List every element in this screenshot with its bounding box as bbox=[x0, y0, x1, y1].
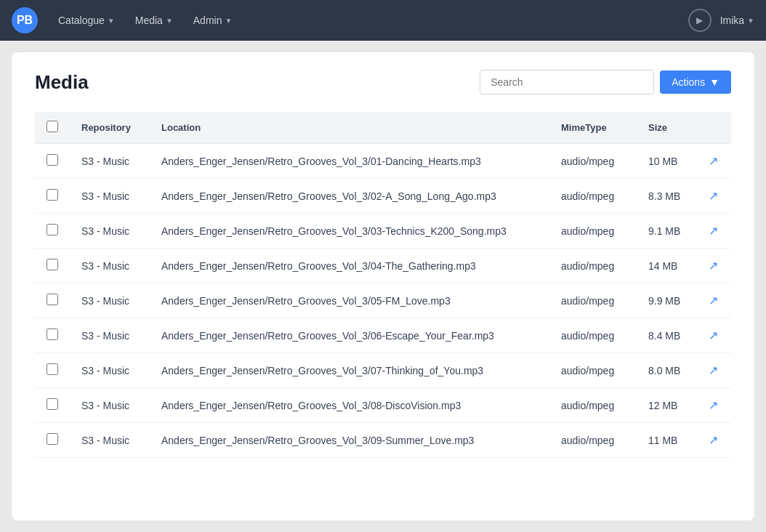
external-link-icon[interactable]: ↗ bbox=[709, 329, 718, 342]
table-row: S3 - Music Anders_Enger_Jensen/Retro_Gro… bbox=[35, 144, 731, 179]
chevron-down-icon: ▼ bbox=[747, 17, 754, 25]
external-link-icon[interactable]: ↗ bbox=[709, 224, 718, 238]
table-body: S3 - Music Anders_Enger_Jensen/Retro_Gro… bbox=[35, 144, 731, 458]
external-link-icon[interactable]: ↗ bbox=[709, 294, 718, 307]
row-repository: S3 - Music bbox=[70, 144, 150, 179]
row-checkbox-cell bbox=[35, 353, 70, 388]
row-size: 12 MB bbox=[637, 388, 695, 423]
row-checkbox[interactable] bbox=[47, 329, 58, 340]
row-location: Anders_Enger_Jensen/Retro_Grooves_Vol_3/… bbox=[150, 179, 549, 214]
main-content: Media Actions ▼ Repository Location Mime… bbox=[12, 52, 754, 520]
row-checkbox-cell bbox=[35, 283, 70, 318]
row-action-cell: ↗ bbox=[695, 283, 731, 318]
row-repository: S3 - Music bbox=[70, 214, 150, 249]
media-table: Repository Location MimeType Size S3 - M… bbox=[35, 112, 731, 458]
row-repository: S3 - Music bbox=[70, 249, 150, 283]
row-location: Anders_Enger_Jensen/Retro_Grooves_Vol_3/… bbox=[150, 249, 549, 283]
nav-admin[interactable]: Admin ▼ bbox=[185, 9, 241, 32]
page-title: Media bbox=[35, 71, 89, 94]
page-header: Media Actions ▼ bbox=[35, 70, 731, 94]
row-repository: S3 - Music bbox=[70, 388, 150, 423]
row-checkbox[interactable] bbox=[47, 259, 58, 270]
row-action-cell: ↗ bbox=[695, 423, 731, 458]
search-input[interactable] bbox=[480, 70, 654, 94]
chevron-down-icon: ▼ bbox=[108, 17, 115, 25]
row-location: Anders_Enger_Jensen/Retro_Grooves_Vol_3/… bbox=[150, 214, 549, 249]
table-row: S3 - Music Anders_Enger_Jensen/Retro_Gro… bbox=[35, 249, 731, 283]
actions-button[interactable]: Actions ▼ bbox=[660, 70, 731, 94]
chevron-down-icon: ▼ bbox=[225, 17, 232, 25]
row-location: Anders_Enger_Jensen/Retro_Grooves_Vol_3/… bbox=[150, 353, 549, 388]
row-mimetype: audio/mpeg bbox=[549, 353, 637, 388]
row-checkbox[interactable] bbox=[47, 154, 58, 166]
row-repository: S3 - Music bbox=[70, 353, 150, 388]
col-header-repository: Repository bbox=[70, 112, 150, 144]
table-row: S3 - Music Anders_Enger_Jensen/Retro_Gro… bbox=[35, 423, 731, 458]
external-link-icon[interactable]: ↗ bbox=[709, 433, 718, 447]
row-checkbox[interactable] bbox=[47, 294, 58, 305]
row-checkbox[interactable] bbox=[47, 189, 58, 201]
row-checkbox-cell bbox=[35, 179, 70, 214]
external-link-icon[interactable]: ↗ bbox=[709, 259, 718, 273]
row-size: 9.1 MB bbox=[637, 214, 695, 249]
table-row: S3 - Music Anders_Enger_Jensen/Retro_Gro… bbox=[35, 179, 731, 214]
external-link-icon[interactable]: ↗ bbox=[709, 363, 718, 377]
row-mimetype: audio/mpeg bbox=[549, 283, 637, 318]
row-action-cell: ↗ bbox=[695, 318, 731, 353]
media-table-wrapper: Repository Location MimeType Size S3 - M… bbox=[35, 112, 731, 458]
row-size: 11 MB bbox=[637, 423, 695, 458]
row-mimetype: audio/mpeg bbox=[549, 249, 637, 283]
row-mimetype: audio/mpeg bbox=[549, 423, 637, 458]
external-link-icon[interactable]: ↗ bbox=[709, 189, 718, 203]
table-row: S3 - Music Anders_Enger_Jensen/Retro_Gro… bbox=[35, 353, 731, 388]
table-row: S3 - Music Anders_Enger_Jensen/Retro_Gro… bbox=[35, 283, 731, 318]
play-icon: ▶ bbox=[696, 15, 703, 25]
table-row: S3 - Music Anders_Enger_Jensen/Retro_Gro… bbox=[35, 318, 731, 353]
col-header-location: Location bbox=[150, 112, 549, 144]
row-location: Anders_Enger_Jensen/Retro_Grooves_Vol_3/… bbox=[150, 423, 549, 458]
actions-label: Actions bbox=[672, 76, 705, 88]
row-checkbox-cell bbox=[35, 388, 70, 423]
row-action-cell: ↗ bbox=[695, 144, 731, 179]
row-action-cell: ↗ bbox=[695, 388, 731, 423]
row-location: Anders_Enger_Jensen/Retro_Grooves_Vol_3/… bbox=[150, 283, 549, 318]
user-menu[interactable]: Imika ▼ bbox=[720, 15, 754, 26]
row-mimetype: audio/mpeg bbox=[549, 214, 637, 249]
nav-media[interactable]: Media ▼ bbox=[126, 9, 182, 32]
row-checkbox-cell bbox=[35, 318, 70, 353]
row-repository: S3 - Music bbox=[70, 318, 150, 353]
nav-items: Catalogue ▼ Media ▼ Admin ▼ bbox=[49, 9, 688, 32]
external-link-icon[interactable]: ↗ bbox=[709, 154, 718, 168]
chevron-down-icon: ▼ bbox=[166, 17, 173, 25]
col-header-size: Size bbox=[637, 112, 695, 144]
row-location: Anders_Enger_Jensen/Retro_Grooves_Vol_3/… bbox=[150, 388, 549, 423]
row-size: 10 MB bbox=[637, 144, 695, 179]
chevron-down-icon: ▼ bbox=[709, 76, 719, 88]
table-row: S3 - Music Anders_Enger_Jensen/Retro_Gro… bbox=[35, 388, 731, 423]
row-checkbox[interactable] bbox=[47, 398, 58, 410]
table-header: Repository Location MimeType Size bbox=[35, 112, 731, 144]
row-checkbox[interactable] bbox=[47, 363, 58, 375]
row-mimetype: audio/mpeg bbox=[549, 144, 637, 179]
select-all-header bbox=[35, 112, 70, 144]
row-location: Anders_Enger_Jensen/Retro_Grooves_Vol_3/… bbox=[150, 144, 549, 179]
row-size: 9.9 MB bbox=[637, 283, 695, 318]
row-checkbox-cell bbox=[35, 423, 70, 458]
brand-logo[interactable]: PB bbox=[12, 7, 38, 33]
row-checkbox[interactable] bbox=[47, 433, 58, 445]
select-all-checkbox[interactable] bbox=[47, 121, 58, 132]
row-action-cell: ↗ bbox=[695, 249, 731, 283]
row-size: 8.3 MB bbox=[637, 179, 695, 214]
header-controls: Actions ▼ bbox=[480, 70, 731, 94]
play-button[interactable]: ▶ bbox=[688, 9, 711, 32]
row-mimetype: audio/mpeg bbox=[549, 388, 637, 423]
row-size: 8.4 MB bbox=[637, 318, 695, 353]
col-header-action bbox=[695, 112, 731, 144]
row-checkbox[interactable] bbox=[47, 224, 58, 235]
nav-catalogue[interactable]: Catalogue ▼ bbox=[49, 9, 124, 32]
external-link-icon[interactable]: ↗ bbox=[709, 398, 718, 412]
row-mimetype: audio/mpeg bbox=[549, 318, 637, 353]
navbar: PB Catalogue ▼ Media ▼ Admin ▼ ▶ Imika ▼ bbox=[0, 0, 766, 41]
row-size: 8.0 MB bbox=[637, 353, 695, 388]
row-action-cell: ↗ bbox=[695, 353, 731, 388]
